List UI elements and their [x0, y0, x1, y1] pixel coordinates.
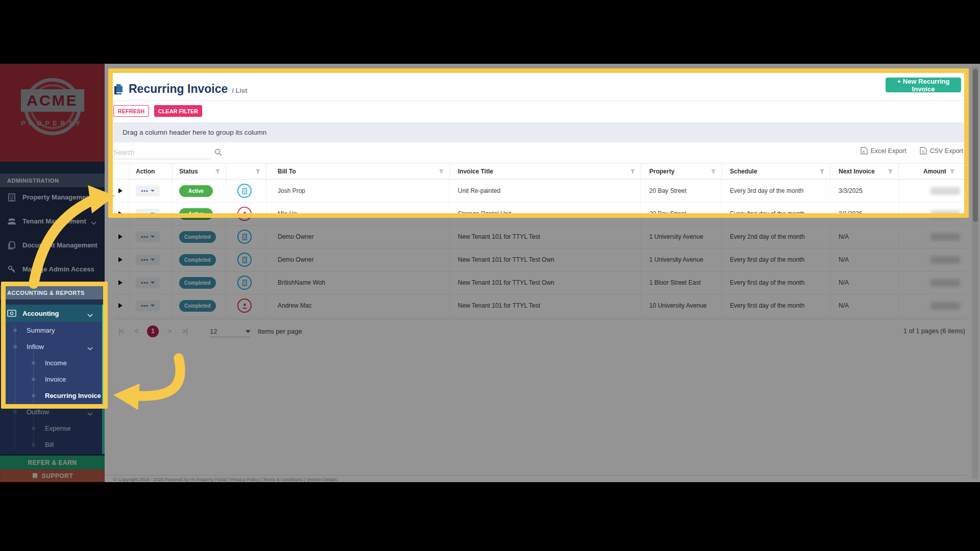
header-next-invoice[interactable]: Next Invoice [830, 164, 899, 179]
first-page-button[interactable]: |< [113, 327, 129, 335]
row-actions-button[interactable]: ••• [136, 300, 160, 311]
sidebar-section-accounting-reports: ACCOUNTING & REPORTS [0, 286, 105, 299]
tenants-icon [7, 217, 16, 226]
filter-icon[interactable] [630, 169, 635, 174]
table-body: •••ActiveJosh PropUnit Re-painted20 Bay … [113, 180, 967, 317]
caret-down-icon [151, 282, 155, 284]
expand-row-button[interactable] [118, 280, 122, 285]
sidebar-item-bill[interactable]: Bill [0, 436, 102, 453]
csv-export-button[interactable]: CSV Export [920, 147, 963, 155]
row-actions-button[interactable]: ••• [136, 186, 160, 196]
sidebar-item-manage-admin-access[interactable]: Manage Admin Access [0, 257, 105, 281]
cell-expander [113, 226, 130, 248]
cell-expander [113, 294, 130, 317]
search-input[interactable] [113, 146, 211, 159]
header-status[interactable]: Status [173, 164, 226, 179]
cell-property: 1 Bloor Street East [641, 271, 722, 294]
expand-row-button[interactable] [118, 188, 122, 193]
cell-bill-to: Josh Prop [266, 180, 450, 202]
refresh-button[interactable]: REFRESH [113, 105, 149, 117]
header-bill-to[interactable]: Bill To [266, 164, 450, 179]
sidebar-item-invoice[interactable]: Invoice [0, 371, 102, 387]
row-actions-button[interactable]: ••• [136, 255, 160, 265]
page-title-row: Recurring Invoice / List [113, 82, 248, 96]
header-billto-type[interactable] [226, 164, 266, 179]
sidebar-item-accounting[interactable]: Accounting [0, 305, 102, 322]
filter-icon[interactable] [819, 169, 825, 174]
header-invoice-title[interactable]: Invoice Title [450, 164, 641, 179]
table-row: •••ActiveJosh PropUnit Re-painted20 Bay … [113, 180, 967, 203]
excel-export-button[interactable]: Excel Export [861, 147, 906, 155]
header-label: Schedule [730, 168, 757, 175]
sidebar-item-tenant-management[interactable]: Tenant Management [0, 209, 105, 233]
sidebar-item-income[interactable]: Income [0, 355, 102, 371]
expand-row-button[interactable] [118, 211, 122, 216]
header-property[interactable]: Property [641, 164, 722, 179]
current-page-badge[interactable]: 1 [147, 325, 159, 337]
person-circle-icon [237, 207, 252, 221]
cell-next-invoice: 3/1/2025 [830, 203, 899, 225]
clear-filter-button[interactable]: CLEAR FILTER [154, 105, 202, 117]
book-icon [32, 472, 38, 479]
header-action[interactable]: Action [130, 164, 173, 179]
sidebar-item-property-management[interactable]: Property Management [0, 185, 105, 209]
ellipsis-icon: ••• [141, 189, 149, 193]
vertical-scrollbar[interactable] [972, 67, 978, 479]
sidebar-item-inflow[interactable]: Inflow [0, 338, 102, 355]
ellipsis-icon: ••• [141, 304, 149, 308]
chevron-down-icon [91, 219, 96, 223]
filter-icon[interactable] [215, 169, 220, 174]
items-per-page-select[interactable]: 12 [210, 325, 251, 337]
redacted-amount [930, 302, 960, 310]
header-schedule[interactable]: Schedule [722, 164, 830, 179]
sidebar-item-outflow[interactable]: Outflow [0, 404, 102, 420]
group-by-dropzone[interactable]: Drag a column header here to group its c… [113, 122, 967, 142]
filter-icon[interactable] [255, 169, 261, 174]
cell-action: ••• [130, 294, 173, 317]
sidebar-item-document-management[interactable]: Document Management [0, 233, 105, 257]
cell-property: 20 Bay Street [641, 180, 722, 202]
row-actions-button[interactable]: ••• [136, 232, 160, 242]
brand-logo: ACME PROPERTY [0, 64, 105, 162]
support-button[interactable]: SUPPORT [0, 469, 105, 482]
refer-earn-button[interactable]: REFER & EARN [0, 456, 105, 469]
expand-row-button[interactable] [118, 303, 122, 308]
sidebar-accounting-subitems: SummaryInflowIncomeInvoiceRecurring Invo… [0, 322, 102, 453]
cell-action: ••• [130, 248, 173, 271]
search-icon[interactable] [214, 148, 222, 156]
sidebar-item-label: Tenant Management [22, 217, 86, 225]
ellipsis-icon: ••• [141, 235, 149, 239]
sidebar-item-recurring-invoice[interactable]: Recurring Invoice [0, 387, 102, 404]
status-badge: Completed [179, 231, 216, 243]
table-row: •••CompletedDemo OwnerNew Tenant 101 for… [113, 248, 967, 271]
row-actions-button[interactable]: ••• [136, 209, 160, 219]
logo-brand-subtext: PROPERTY [21, 120, 83, 127]
table-row: •••ActiveMia HoStorage Rental Unit20 Bay… [113, 203, 967, 226]
next-page-button[interactable]: > [162, 327, 177, 335]
caret-down-icon [151, 305, 155, 307]
filter-icon[interactable] [710, 169, 716, 174]
sidebar-item-summary[interactable]: Summary [0, 322, 102, 338]
header-label: Next Invoice [839, 168, 875, 175]
new-recurring-invoice-button[interactable]: + New Recurring Invoice [886, 78, 961, 92]
cell-bill-to: BritishName Woh [266, 271, 450, 294]
filter-icon[interactable] [888, 169, 893, 174]
last-page-button[interactable]: >| [177, 327, 192, 335]
row-actions-button[interactable]: ••• [136, 278, 160, 288]
building-circle-icon [237, 230, 252, 244]
letterbox-top [0, 0, 980, 64]
header-amount[interactable]: Amount [899, 164, 967, 179]
money-icon [7, 310, 16, 317]
expand-row-button[interactable] [118, 234, 122, 239]
cell-bill-to: Andrew Mac [266, 294, 450, 317]
sidebar-item-expense[interactable]: Expense [0, 420, 102, 436]
filter-icon[interactable] [438, 169, 444, 174]
filter-icon[interactable] [949, 169, 955, 174]
scrollbar-thumb[interactable] [973, 69, 978, 222]
cell-next-invoice: N/A [830, 294, 899, 317]
export-links: Excel Export CSV Export [861, 147, 963, 155]
prev-page-button[interactable]: < [129, 327, 144, 335]
expand-row-button[interactable] [118, 257, 122, 262]
cell-property: 10 University Avenue [641, 294, 722, 317]
caret-down-icon [151, 259, 155, 261]
